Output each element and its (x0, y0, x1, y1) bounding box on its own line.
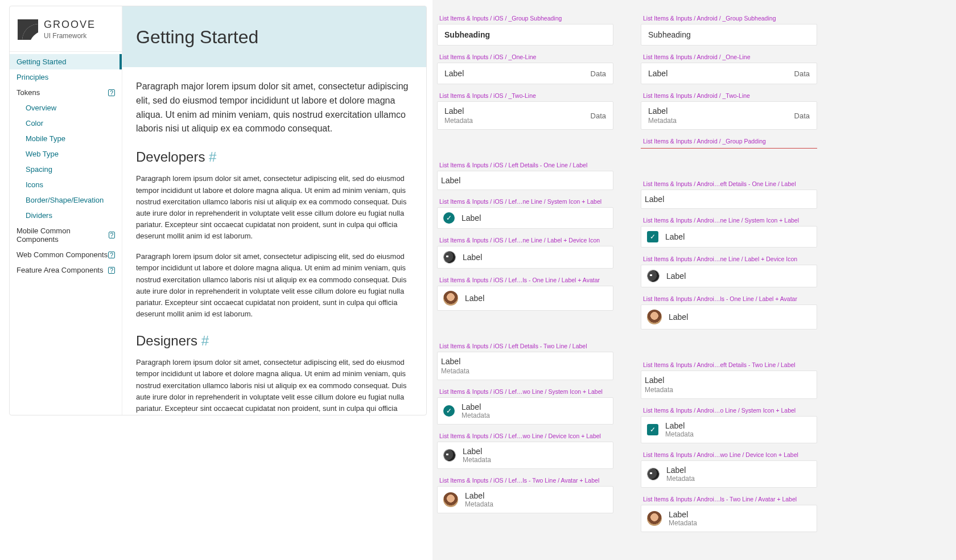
spec-label: List Items & Inputs / Androi…o Line / Sy… (641, 399, 817, 416)
avatar-icon (443, 492, 458, 507)
help-icon[interactable]: ? (108, 267, 115, 274)
nav-feature-area[interactable]: Feature Area Components ? (10, 262, 122, 278)
spec-label: List Items & Inputs / Androi…ls - One Li… (641, 287, 817, 304)
docs-frame: GROOVE UI Framework Getting Started Prin… (9, 6, 427, 415)
list-item-device-icon[interactable]: Label (437, 246, 613, 269)
spec-label: List Items & Inputs / iOS / Lef…ls - One… (437, 269, 613, 286)
list-item-system-icon[interactable]: ✓Label (641, 226, 817, 248)
device-icon (441, 447, 458, 463)
list-item-avatar[interactable]: Label (437, 286, 613, 311)
nav-tokens-icons[interactable]: Icons (10, 177, 122, 192)
device-icon (645, 466, 661, 482)
spec-label: List Items & Inputs / Android / _One-Lin… (641, 46, 817, 63)
nav-tokens-mobile-type[interactable]: Mobile Type (10, 131, 122, 146)
spec-column-android: List Items & Inputs / Android / _Group S… (641, 9, 817, 551)
spec-label: List Items & Inputs / iOS / Left Details… (437, 156, 613, 171)
brand-logo-icon (18, 19, 38, 40)
list-item-system-icon[interactable]: ✓Label (437, 207, 613, 229)
anchor-icon[interactable]: # (209, 149, 216, 164)
help-icon[interactable]: ? (108, 89, 115, 96)
dev-paragraph-1: Paragraph lorem ipsum dolor sit amet, co… (136, 173, 413, 242)
anchor-icon[interactable]: # (201, 333, 209, 348)
list-item-two-system-icon[interactable]: ✓LabelMetadata (641, 416, 817, 443)
list-item-two-line[interactable]: Label Metadata Data (641, 101, 817, 130)
device-icon (441, 249, 458, 265)
list-item-two-device-icon[interactable]: LabelMetadata (641, 460, 817, 488)
nav-tokens-border-shape[interactable]: Border/Shape/Elevation (10, 192, 122, 208)
list-item-label-only[interactable]: Label (437, 171, 613, 190)
brand-title: GROOVE (44, 19, 96, 31)
spec-label: List Items & Inputs / Androi…ne Line / L… (641, 248, 817, 265)
spec-label: List Items & Inputs / Androi…ls - Two Li… (641, 488, 817, 505)
list-item-one-line[interactable]: LabelData (437, 63, 613, 84)
nav-tokens[interactable]: Tokens ? (10, 85, 122, 100)
list-item-subheading[interactable]: Subheading (641, 24, 817, 46)
intro-paragraph: Paragraph major lorem ipsum dolor sit am… (136, 80, 413, 136)
nav: Getting Started Principles Tokens ? Over… (10, 52, 122, 278)
spec-label: List Items & Inputs / Androi…wo Line / D… (641, 443, 817, 460)
spec-label: List Items & Inputs / Android / _Group P… (641, 130, 817, 147)
dev-paragraph-2: Paragraph lorem ipsum dolor sit amet, co… (136, 251, 413, 320)
spec-label: List Items & Inputs / iOS / _Group Subhe… (437, 9, 613, 24)
list-item-one-line[interactable]: LabelData (641, 63, 817, 84)
spec-label: List Items & Inputs / Androi…eft Details… (641, 356, 817, 370)
spec-canvas: List Items & Inputs / iOS / _Group Subhe… (432, 0, 956, 560)
avatar-icon (647, 310, 662, 324)
nav-tokens-spacing[interactable]: Spacing (10, 162, 122, 177)
list-item-device-icon[interactable]: Label (641, 265, 817, 287)
nav-principles[interactable]: Principles (10, 69, 122, 85)
spec-label: List Items & Inputs / Android / _Two-Lin… (641, 84, 817, 101)
heading-developers: Developers # (136, 146, 413, 167)
heading-designers: Designers # (136, 330, 413, 351)
brand: GROOVE UI Framework (10, 6, 122, 52)
spec-label: List Items & Inputs / iOS / Lef…ls - Two… (437, 469, 613, 486)
list-item-avatar[interactable]: Label (641, 304, 817, 330)
sidebar: GROOVE UI Framework Getting Started Prin… (10, 6, 122, 415)
spec-label: List Items & Inputs / iOS / Lef…ne Line … (437, 229, 613, 246)
nav-web-common[interactable]: Web Common Components ? (10, 247, 122, 262)
list-item-two-avatar[interactable]: LabelMetadata (437, 486, 613, 513)
list-item-two-system-icon[interactable]: ✓LabelMetadata (437, 397, 613, 425)
nav-tokens-dividers[interactable]: Dividers (10, 208, 122, 223)
list-item-subheading[interactable]: Subheading (437, 24, 613, 46)
spec-column-ios: List Items & Inputs / iOS / _Group Subhe… (437, 9, 613, 551)
nav-tokens-overview[interactable]: Overview (10, 100, 122, 116)
help-icon[interactable]: ? (109, 232, 115, 238)
page-title: Getting Started (136, 27, 413, 48)
brand-subtitle: UI Framework (44, 32, 96, 40)
spec-label: List Items & Inputs / iOS / Lef…ne Line … (437, 190, 613, 207)
list-item-two-device-icon[interactable]: LabelMetadata (437, 442, 613, 469)
spec-label: List Items & Inputs / iOS / Lef…wo Line … (437, 425, 613, 442)
avatar-icon (443, 291, 458, 306)
device-icon (645, 267, 661, 284)
doc-hero: Getting Started (122, 6, 426, 67)
list-item-two-avatar[interactable]: LabelMetadata (641, 505, 817, 532)
spec-label: List Items & Inputs / iOS / Left Details… (437, 337, 613, 352)
avatar-icon (647, 511, 662, 526)
checkmark-icon: ✓ (443, 405, 455, 417)
list-item-two-line[interactable]: Label Metadata Data (437, 101, 613, 130)
des-paragraph: Paragraph lorem ipsum dolor sit amet, co… (136, 357, 413, 415)
doc-main: Getting Started Paragraph major lorem ip… (122, 6, 426, 415)
nav-getting-started[interactable]: Getting Started (10, 54, 122, 69)
list-item-label-only[interactable]: Label (641, 190, 817, 209)
spec-label: List Items & Inputs / Android / _Group S… (641, 9, 817, 24)
checkbox-icon: ✓ (647, 231, 658, 242)
list-item-two-label[interactable]: LabelMetadata (641, 370, 817, 399)
list-item-two-label[interactable]: LabelMetadata (437, 352, 613, 380)
spec-label: List Items & Inputs / iOS / Lef…wo Line … (437, 380, 613, 397)
nav-tokens-color[interactable]: Color (10, 116, 122, 131)
checkbox-icon: ✓ (647, 424, 658, 435)
checkmark-icon: ✓ (443, 212, 455, 224)
nav-mobile-common[interactable]: Mobile Common Components ? (10, 223, 122, 247)
help-icon[interactable]: ? (108, 252, 115, 258)
spec-label: List Items & Inputs / Androi…eft Details… (641, 175, 817, 190)
nav-tokens-web-type[interactable]: Web Type (10, 146, 122, 162)
spec-label: List Items & Inputs / iOS / _Two-Line (437, 84, 613, 101)
spec-label: List Items & Inputs / iOS / _One-Line (437, 46, 613, 63)
spec-label: List Items & Inputs / Androi…ne Line / S… (641, 209, 817, 226)
